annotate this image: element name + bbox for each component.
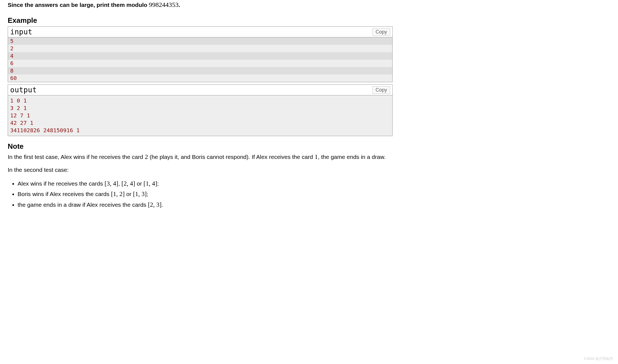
input-line: 60 [8, 75, 392, 82]
output-header: output Copy [8, 85, 392, 95]
note-list: Alex wins if he receives the cards [3, 4… [8, 179, 393, 210]
output-box: output Copy 1 0 1 3 2 1 12 7 1 42 27 1 3… [8, 84, 393, 136]
example-heading: Example [8, 16, 393, 25]
note-paragraph-2: In the second test case: [8, 166, 393, 174]
note-body: In the first test case, Alex wins if he … [8, 152, 393, 209]
note-heading: Note [8, 142, 393, 151]
input-line: 5 [8, 37, 392, 45]
list-item: the game ends in a draw if Alex receives… [18, 200, 393, 210]
input-header: input Copy [8, 27, 392, 37]
list-item: Boris wins if Alex receives the cards [1… [18, 189, 393, 199]
output-title: output [10, 86, 37, 94]
intro-sentence: Since the answers can be large, print th… [8, 1, 393, 9]
intro-modulo: 998244353 [149, 1, 178, 8]
output-content: 1 0 1 3 2 1 12 7 1 42 27 1 341102826 248… [8, 95, 392, 136]
input-box: input Copy 5246860 [8, 26, 393, 82]
input-title: input [10, 28, 32, 36]
intro-prefix: Since the answers can be large, print th… [8, 2, 149, 8]
copy-input-button[interactable]: Copy [373, 28, 390, 36]
note-paragraph-1: In the first test case, Alex wins if he … [8, 152, 393, 161]
input-content: 5246860 [8, 37, 392, 82]
input-line: 6 [8, 60, 392, 67]
list-item: Alex wins if he receives the cards [3, 4… [18, 179, 393, 189]
copy-output-button[interactable]: Copy [373, 86, 390, 94]
input-line: 2 [8, 45, 392, 52]
input-line: 8 [8, 67, 392, 75]
intro-suffix: . [178, 2, 180, 8]
input-line: 4 [8, 52, 392, 60]
